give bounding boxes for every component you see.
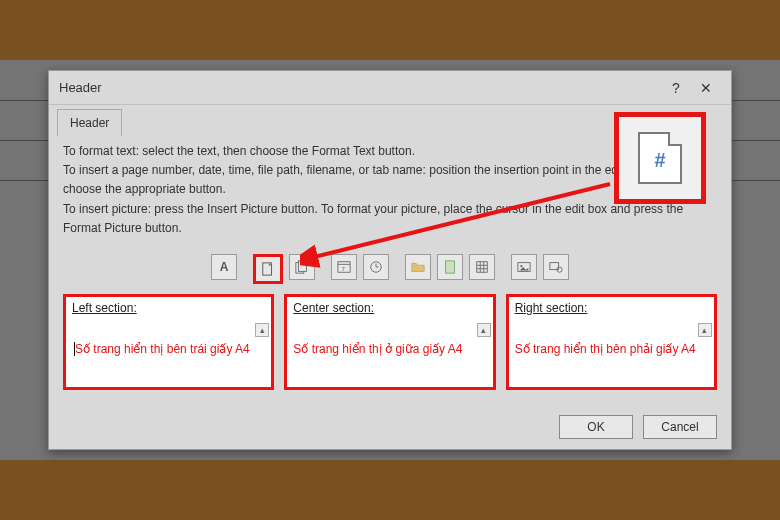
format-text-icon: A — [220, 260, 229, 274]
insert-picture-button[interactable] — [511, 254, 537, 280]
calendar-icon: 7 — [337, 260, 351, 274]
left-section-label: Left section: — [66, 297, 271, 317]
svg-rect-9 — [446, 261, 455, 273]
format-text-button[interactable]: A — [211, 254, 237, 280]
insert-file-name-button[interactable] — [437, 254, 463, 280]
dialog-title: Header — [59, 80, 102, 95]
file-icon — [443, 260, 457, 274]
insert-page-number-button[interactable] — [253, 254, 283, 284]
insert-file-path-button[interactable] — [405, 254, 431, 280]
insert-time-button[interactable] — [363, 254, 389, 280]
tab-header[interactable]: Header — [57, 109, 122, 136]
svg-text:7: 7 — [341, 264, 345, 271]
hash-icon: # — [654, 149, 665, 172]
insert-number-of-pages-button[interactable] — [289, 254, 315, 280]
pages-icon — [295, 260, 309, 274]
format-picture-icon — [549, 260, 563, 274]
center-section-box[interactable]: Center section: ▴ Số trang hiển thị ở gi… — [284, 294, 495, 390]
sections-row: Left section: ▴ Số trang hiển thị bên tr… — [49, 294, 731, 390]
scroll-up-icon[interactable]: ▴ — [698, 323, 712, 337]
insert-date-button[interactable]: 7 — [331, 254, 357, 280]
ok-button[interactable]: OK — [559, 415, 633, 439]
left-section-box[interactable]: Left section: ▴ Số trang hiển thị bên tr… — [63, 294, 274, 390]
right-section-label: Right section: — [509, 297, 714, 317]
sheet-icon — [475, 260, 489, 274]
svg-rect-10 — [477, 262, 488, 273]
help-button[interactable]: ? — [661, 76, 691, 100]
center-section-label: Center section: — [287, 297, 492, 317]
dialog-footer: OK Cancel — [559, 415, 717, 439]
svg-point-16 — [520, 265, 522, 267]
right-section-box[interactable]: Right section: ▴ Số trang hiển thị bên p… — [506, 294, 717, 390]
svg-rect-2 — [299, 261, 307, 272]
page-number-icon: # — [638, 132, 682, 184]
page-icon — [261, 262, 275, 276]
folder-icon — [411, 260, 425, 274]
scroll-up-icon[interactable]: ▴ — [255, 323, 269, 337]
clock-icon — [369, 260, 383, 274]
left-section-text: Số trang hiển thị bên trái giấy A4 — [66, 317, 271, 381]
dialog-titlebar: Header ? ✕ — [49, 71, 731, 105]
header-toolbar: A 7 — [49, 248, 731, 294]
page-number-callout: # — [614, 112, 706, 204]
right-section-text: Số trang hiển thị bên phải giấy A4 — [509, 317, 714, 381]
format-picture-button[interactable] — [543, 254, 569, 280]
picture-icon — [517, 260, 531, 274]
center-section-text: Số trang hiển thị ở giữa giấy A4 — [287, 317, 492, 381]
insert-sheet-name-button[interactable] — [469, 254, 495, 280]
instruction-line-3: To insert picture: press the Insert Pict… — [63, 200, 717, 238]
scroll-up-icon[interactable]: ▴ — [477, 323, 491, 337]
close-button[interactable]: ✕ — [691, 76, 721, 100]
cancel-button[interactable]: Cancel — [643, 415, 717, 439]
